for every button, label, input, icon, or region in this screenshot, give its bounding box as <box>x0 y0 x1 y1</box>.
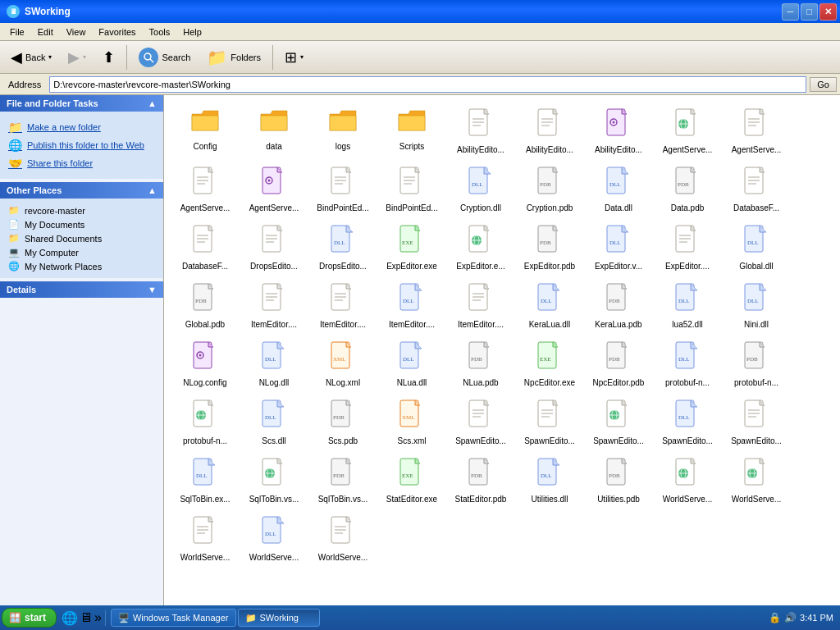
menu-favorites[interactable]: Favorites <box>92 25 142 39</box>
file-item[interactable]: DLL lua52.dll <box>655 278 720 333</box>
menu-tools[interactable]: Tools <box>143 25 177 39</box>
file-item[interactable]: DLL NLog.dll <box>241 336 307 391</box>
file-item[interactable]: PDB Global.pdb <box>172 278 238 333</box>
file-item[interactable]: DatabaseF... <box>172 220 238 275</box>
ie-icon[interactable]: 🌐 <box>62 610 78 626</box>
file-item[interactable]: ExpEditor.... <box>655 220 720 275</box>
close-button[interactable]: ✕ <box>819 3 837 21</box>
file-item[interactable]: AgentServe... <box>724 103 789 158</box>
file-item[interactable]: DLL ItemEditor.... <box>379 278 445 333</box>
menu-help[interactable]: Help <box>176 25 208 39</box>
place-revcore[interactable]: 📁 revcore-master <box>7 203 157 217</box>
file-item[interactable]: PDB Utilities.pdb <box>586 453 651 508</box>
file-item[interactable]: DLL NLua.dll <box>379 336 445 391</box>
details-header[interactable]: Details ▼ <box>0 281 163 298</box>
file-item[interactable]: WorldServe... <box>724 453 789 508</box>
file-item[interactable]: ItemEditor.... <box>310 278 376 333</box>
file-item[interactable]: PDB Data.pdb <box>655 162 720 217</box>
minimize-button[interactable]: ─ <box>782 3 799 21</box>
folders-button[interactable]: 📁 Folders <box>199 43 268 71</box>
file-item[interactable]: XML Scs.xml <box>379 395 445 450</box>
arrow-icon[interactable]: » <box>94 610 102 625</box>
file-item[interactable]: XML NLog.xml <box>310 336 376 391</box>
file-item[interactable]: WorldServe... <box>310 511 376 566</box>
file-item[interactable]: DLL SpawnEdito... <box>655 395 720 450</box>
taskbar-item-task-manager[interactable]: 🖥️ Windows Task Manager <box>111 609 236 627</box>
file-item[interactable]: WorldServe... <box>655 453 720 508</box>
file-item[interactable]: DLL DropsEdito... <box>310 220 376 275</box>
place-my-computer[interactable]: 💻 My Computer <box>7 245 157 259</box>
start-button[interactable]: 🪟 start <box>2 608 57 628</box>
file-item[interactable]: PDB Scs.pdb <box>310 395 376 450</box>
file-item[interactable]: WorldServe... <box>172 511 238 566</box>
show-desktop-icon[interactable]: 🖥 <box>80 610 93 625</box>
place-network-places[interactable]: 🌐 My Network Places <box>7 259 157 273</box>
share-folder-link[interactable]: 🤝 Share this folder <box>7 154 157 172</box>
file-item[interactable]: SpawnEdito... <box>448 395 514 450</box>
file-item[interactable]: DLL Data.dll <box>586 162 651 217</box>
make-folder-link[interactable]: 📁 Make a new folder <box>7 118 157 136</box>
go-button[interactable]: Go <box>810 77 837 92</box>
file-item[interactable]: DatabaseF... <box>724 162 789 217</box>
file-item[interactable]: AgentServe... <box>172 162 238 217</box>
file-item[interactable]: AbilityEdito... <box>448 103 514 158</box>
file-item[interactable]: ItemEditor.... <box>448 278 514 333</box>
file-item[interactable]: AbilityEdito... <box>586 103 651 158</box>
file-item[interactable]: SpawnEdito... <box>517 395 582 450</box>
file-item[interactable]: ExpEditor.e... <box>448 220 514 275</box>
file-item[interactable]: DLL Utilities.dll <box>517 453 582 508</box>
file-item[interactable]: SpawnEdito... <box>586 395 651 450</box>
file-item[interactable]: DLL SqlToBin.ex... <box>172 453 238 508</box>
file-item[interactable]: AbilityEdito... <box>517 103 582 158</box>
place-my-documents[interactable]: 📄 My Documents <box>7 217 157 231</box>
other-places-header[interactable]: Other Places ▲ <box>0 182 163 199</box>
menu-view[interactable]: View <box>60 25 93 39</box>
file-item[interactable]: DLL WorldServe... <box>241 511 307 566</box>
place-shared-documents[interactable]: 📁 Shared Documents <box>7 231 157 245</box>
menu-file[interactable]: File <box>3 25 31 39</box>
file-item[interactable]: SqlToBin.vs... <box>241 453 307 508</box>
file-item[interactable]: logs <box>310 103 376 158</box>
file-item[interactable]: DLL Cryption.dll <box>448 162 514 217</box>
file-item[interactable]: DLL ExpEditor.v... <box>586 220 651 275</box>
file-item[interactable]: protobuf-n... <box>172 395 238 450</box>
file-item[interactable]: DLL KeraLua.dll <box>517 278 582 333</box>
file-item[interactable]: EXE NpcEditor.exe <box>517 336 582 391</box>
file-item[interactable]: BindPointEd... <box>310 162 376 217</box>
file-item[interactable]: ItemEditor.... <box>241 278 307 333</box>
file-item[interactable]: PDB NLua.pdb <box>448 336 514 391</box>
forward-button[interactable]: ▶ ▾ <box>61 44 94 71</box>
file-tasks-header[interactable]: File and Folder Tasks ▲ <box>0 95 163 112</box>
file-item[interactable]: AgentServe... <box>655 103 720 158</box>
file-item[interactable]: PDB ExpEditor.pdb <box>517 220 582 275</box>
file-item[interactable]: DropsEdito... <box>241 220 307 275</box>
file-item[interactable]: data <box>241 103 307 158</box>
file-item[interactable]: PDB protobuf-n... <box>724 336 789 391</box>
file-item[interactable]: BindPointEd... <box>379 162 445 217</box>
file-item[interactable]: DLL Nini.dll <box>724 278 789 333</box>
file-item[interactable]: PDB SqlToBin.vs... <box>310 453 376 508</box>
file-item[interactable]: DLL protobuf-n... <box>655 336 720 391</box>
file-item[interactable]: Scripts <box>379 103 445 158</box>
file-item[interactable]: PDB NpcEditor.pdb <box>586 336 651 391</box>
taskbar-item-sworking[interactable]: 📁 SWorking <box>238 609 320 627</box>
file-item[interactable]: Config <box>172 103 238 158</box>
address-input[interactable] <box>49 76 806 93</box>
publish-folder-link[interactable]: 🌐 Publish this folder to the Web <box>7 136 157 154</box>
menu-edit[interactable]: Edit <box>31 25 60 39</box>
file-item[interactable]: DLL Global.dll <box>724 220 789 275</box>
file-item[interactable]: PDB Cryption.pdb <box>517 162 582 217</box>
file-item[interactable]: SpawnEdito... <box>724 395 789 450</box>
search-button[interactable]: Search <box>131 43 198 71</box>
maximize-button[interactable]: □ <box>801 3 818 21</box>
back-button[interactable]: ◀ Back ▾ <box>3 44 59 71</box>
file-item[interactable]: DLL Scs.dll <box>241 395 307 450</box>
file-item[interactable]: EXE StatEditor.exe <box>379 453 445 508</box>
views-button[interactable]: ⊞ ▾ <box>277 44 311 71</box>
file-item[interactable]: PDB StatEditor.pdb <box>448 453 514 508</box>
up-button[interactable]: ⬆ <box>95 44 122 71</box>
file-item[interactable]: NLog.config <box>172 336 238 391</box>
file-item[interactable]: AgentServe... <box>241 162 307 217</box>
file-item[interactable]: EXE ExpEditor.exe <box>379 220 445 275</box>
file-item[interactable]: PDB KeraLua.pdb <box>586 278 651 333</box>
